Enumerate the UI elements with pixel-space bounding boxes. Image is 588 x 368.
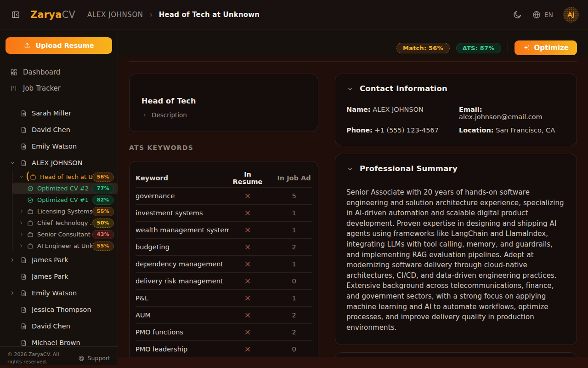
resume-children-group: (Head of Tech at U…56%Optimized CV #277%… <box>12 171 118 252</box>
column-in-resume: In Resume <box>229 171 266 185</box>
file-icon <box>20 110 27 117</box>
resume-subitem[interactable]: Senior Consultant f…43% <box>12 229 118 240</box>
description-toggle[interactable]: Description <box>141 111 306 119</box>
file-icon <box>20 160 27 167</box>
file-icon <box>20 143 27 150</box>
chevron-right-icon <box>141 112 147 118</box>
keyword-cell: dependency management <box>136 260 229 268</box>
globe-icon <box>532 10 541 19</box>
resume-subitem[interactable]: Licensing Systems …55% <box>12 206 118 217</box>
in-resume-cell <box>229 329 266 335</box>
keyword-row[interactable]: P&L1 <box>136 289 312 306</box>
support-label: Support <box>88 355 110 362</box>
chevron-down-icon <box>9 160 16 166</box>
breadcrumb-parent[interactable]: ALEX JOHNSON <box>87 11 143 19</box>
language-label: EN <box>544 11 553 18</box>
resume-item-label: Head of Tech at U… <box>40 173 92 180</box>
resume-subitem[interactable]: (Head of Tech at U…56% <box>12 171 118 183</box>
resume-item[interactable]: Emily Watson <box>0 138 118 155</box>
kanban-icon <box>10 85 17 92</box>
avatar-initials: AJ <box>568 11 575 18</box>
app-logo[interactable]: ZaryaCV <box>30 9 75 20</box>
contact-email: Email: alex.johnson@email.com <box>459 106 565 121</box>
keyword-table-body: governance5investment systems1wealth man… <box>136 187 312 357</box>
section-title: Professional Summary <box>360 164 458 173</box>
language-selector[interactable]: EN <box>532 10 553 19</box>
sidebar-toggle-button[interactable] <box>11 10 20 19</box>
resume-item-label: James Park <box>32 256 113 264</box>
contact-section-header[interactable]: Contact Information <box>346 84 565 93</box>
chevron-right-icon <box>148 12 154 18</box>
keywords-table-card: Keyword In Resume In Job Ad governance5i… <box>129 161 318 357</box>
sidebar-footer: © 2026 ZaryaCV. All rights reserved. Sup… <box>0 346 118 365</box>
chevron-down-icon <box>346 85 354 92</box>
sidebar-item-dashboard[interactable]: Dashboard <box>0 64 118 80</box>
keyword-row[interactable]: wealth management systems1 <box>136 221 312 238</box>
keyword-row[interactable]: AUM2 <box>136 306 312 323</box>
contact-email-label: Email: <box>459 106 482 113</box>
resume-subitem[interactable]: AI Engineer at Unk…55% <box>12 240 118 252</box>
in-resume-cell <box>229 244 266 250</box>
missing-x-icon <box>244 312 251 318</box>
sparkles-icon <box>523 44 530 52</box>
resume-item[interactable]: David Chen <box>0 318 118 334</box>
match-percent-badge: 50% <box>92 218 114 228</box>
optimize-button[interactable]: Optimize <box>514 40 577 55</box>
missing-x-icon <box>244 244 251 250</box>
keyword-row[interactable]: investment systems1 <box>136 204 312 221</box>
keyword-row[interactable]: delivery risk management0 <box>136 272 312 289</box>
in-resume-cell <box>229 278 266 284</box>
resume-item[interactable]: James Park <box>0 252 118 268</box>
main-area: Match: 56% ATS: 87% Optimize Head of <box>118 29 588 365</box>
resume-subitem[interactable]: Optimized CV #182% <box>12 194 118 206</box>
toolbar-divider <box>508 42 508 53</box>
resume-item-label: Chief Technology … <box>37 219 92 226</box>
in-job-ad-cell: 2 <box>276 328 312 336</box>
breadcrumb: ALEX JOHNSON Head of Tech at Unknown <box>87 11 260 19</box>
support-link[interactable]: Support <box>78 355 110 362</box>
resume-item[interactable]: Emily Watson <box>0 285 118 301</box>
resume-subitem[interactable]: Optimized CV #277% <box>12 183 118 194</box>
contact-grid: Name: ALEX JOHNSON Email: alex.johnson@e… <box>346 106 565 134</box>
main-toolbar: Match: 56% ATS: 87% Optimize <box>118 29 588 57</box>
logo-secondary: CV <box>62 9 75 20</box>
match-score-badge: Match: 56% <box>396 43 450 53</box>
resume-subitem[interactable]: Chief Technology …50% <box>12 217 118 229</box>
keyword-row[interactable]: dependency management1 <box>136 255 312 272</box>
in-job-ad-cell: 2 <box>276 243 312 251</box>
resume-list: Sarah MillerDavid ChenEmily WatsonALEX J… <box>0 100 118 346</box>
summary-section-header[interactable]: Professional Summary <box>346 164 565 173</box>
contact-name-value: ALEX JOHNSON <box>373 106 424 113</box>
resume-item[interactable]: James Park <box>0 268 118 285</box>
sidebar-item-job-tracker[interactable]: Job Tracker <box>0 80 118 96</box>
resume-item-label: David Chen <box>32 322 113 330</box>
resume-item[interactable]: David Chen <box>0 121 118 138</box>
file-icon <box>20 257 27 264</box>
resume-item[interactable]: Sarah Miller <box>0 105 118 121</box>
keyword-row[interactable]: budgeting2 <box>136 238 312 255</box>
resume-item-label: ALEX JOHNSON <box>32 159 113 167</box>
avatar[interactable]: AJ <box>563 7 579 23</box>
missing-x-icon <box>244 278 251 284</box>
theme-toggle-button[interactable] <box>513 10 522 19</box>
match-percent-badge: 56% <box>92 172 114 182</box>
resume-item-label: David Chen <box>32 126 113 133</box>
keyword-row[interactable]: PMO functions2 <box>136 323 312 340</box>
upload-resume-button[interactable]: Upload Resume <box>6 37 112 54</box>
briefcase-icon <box>27 220 34 226</box>
keyword-row[interactable]: PMO leadership0 <box>136 340 312 357</box>
resume-item[interactable]: Michael Brown <box>0 334 118 346</box>
in-resume-cell <box>229 312 266 318</box>
resume-item[interactable]: Jessica Thompson <box>0 301 118 318</box>
in-resume-cell <box>229 193 266 199</box>
job-card: Head of Tech Description <box>129 74 318 132</box>
topbar-left: ZaryaCV ALEX JOHNSON Head of Tech at Unk… <box>11 9 260 20</box>
sidebar-item-label: Dashboard <box>23 68 60 76</box>
keyword-row[interactable]: governance5 <box>136 187 312 204</box>
contact-phone: Phone: +1 (555) 123-4567 <box>346 126 459 134</box>
section-title: Contact Information <box>360 84 447 93</box>
resume-item[interactable]: ALEX JOHNSON <box>0 155 118 171</box>
resume-item-label: Emily Watson <box>32 143 113 150</box>
job-panel: Head of Tech Description ATS KEYWORDS <box>129 74 318 357</box>
keyword-cell: budgeting <box>136 243 229 251</box>
